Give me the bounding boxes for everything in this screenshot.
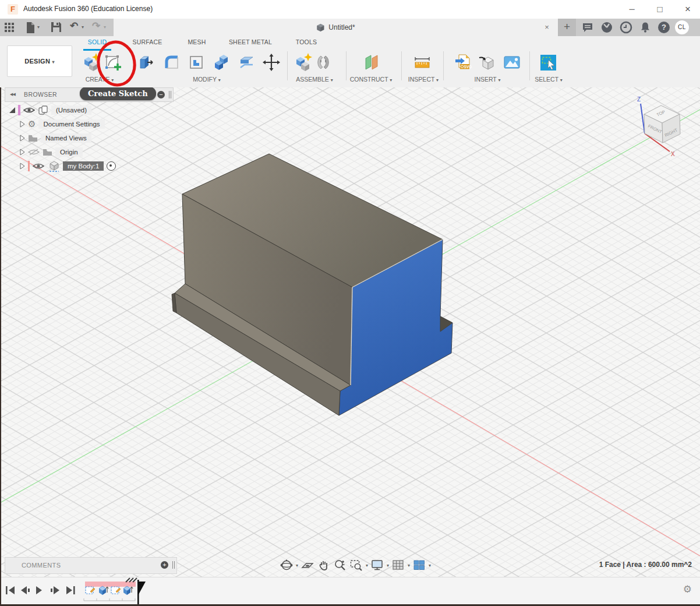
viewcube[interactable]: TOP FRONT RIGHT Z X — [634, 92, 699, 157]
group-label-select[interactable]: SELECT ▾ — [535, 76, 563, 83]
window-minimize-button[interactable]: ─ — [622, 0, 642, 18]
visibility-off-eye-icon[interactable] — [28, 148, 40, 156]
canvas-image-icon[interactable] — [502, 52, 522, 72]
save-icon[interactable] — [51, 22, 61, 32]
offset-face-icon[interactable] — [236, 52, 256, 72]
document-tab-close-icon[interactable]: × — [542, 22, 552, 33]
window-title: Autodesk Fusion 360 (Education License) — [23, 5, 153, 13]
redo-icon[interactable]: ↷ — [92, 20, 100, 32]
move-icon[interactable] — [261, 52, 281, 72]
insert-svg-icon[interactable]: SVG — [453, 52, 473, 72]
expander-closed-icon[interactable] — [20, 135, 25, 142]
fillet-icon[interactable] — [162, 52, 182, 72]
comments-bar[interactable]: COMMENTS + — [5, 557, 177, 574]
browser-row-document[interactable]: (Unsaved) — [9, 104, 91, 117]
browser-row-origin[interactable]: Origin — [20, 146, 83, 158]
activate-component-radio[interactable] — [107, 161, 116, 171]
redo-caret[interactable]: ▾ — [104, 24, 106, 30]
navigation-bar: ▾ ▾ ▾ — [280, 557, 431, 573]
group-label-construct[interactable]: CONSTRUCT ▾ — [350, 76, 393, 83]
window-maximize-button[interactable]: □ — [650, 0, 670, 18]
feedback-comment-icon[interactable] — [581, 21, 594, 34]
help-icon[interactable]: ? — [658, 22, 670, 33]
viewports-caret[interactable]: ▾ — [429, 563, 431, 568]
expander-closed-icon[interactable] — [20, 149, 25, 156]
tab-sheet-metal[interactable]: SHEET METAL — [227, 38, 274, 49]
play-button[interactable] — [36, 586, 42, 594]
comments-resize-grip[interactable] — [172, 561, 175, 569]
timeline-sketch-feature[interactable] — [111, 587, 121, 594]
expander-closed-icon[interactable] — [20, 121, 25, 128]
user-avatar[interactable]: CL — [675, 20, 689, 34]
step-forward-button[interactable] — [51, 586, 59, 594]
timeline-sketch-feature[interactable] — [86, 587, 95, 594]
body-name-selected[interactable]: my Body:1 — [63, 161, 104, 171]
pan-icon[interactable] — [317, 558, 331, 572]
job-status-icon[interactable] — [600, 21, 613, 34]
joint-icon[interactable] — [313, 52, 333, 72]
browser-minimize-icon[interactable]: − — [157, 91, 165, 98]
group-label-modify[interactable]: MODIFY ▾ — [193, 76, 221, 83]
zoom-icon[interactable] — [333, 558, 347, 572]
orbit-caret[interactable]: ▾ — [296, 563, 298, 568]
tab-mesh[interactable]: MESH — [184, 38, 210, 49]
insert-mesh-icon[interactable] — [478, 52, 497, 72]
viewports-icon[interactable] — [412, 558, 426, 572]
group-label-assemble[interactable]: ASSEMBLE ▾ — [296, 76, 333, 83]
document-tab[interactable]: Untitled* × — [114, 19, 558, 36]
timeline-scrubber[interactable] — [137, 580, 146, 604]
fit-icon[interactable] — [349, 558, 363, 572]
group-label-insert[interactable]: INSERT ▾ — [474, 76, 500, 83]
expander-open-icon[interactable] — [9, 107, 15, 113]
assemble-new-component-icon[interactable] — [294, 52, 313, 72]
measure-icon[interactable] — [412, 52, 432, 72]
browser-collapse-icon[interactable]: ◀◀ — [10, 92, 15, 97]
go-to-end-button[interactable] — [66, 586, 75, 594]
document-settings-label[interactable]: Document Settings — [38, 119, 104, 129]
add-comment-icon[interactable]: + — [161, 561, 168, 569]
visibility-eye-icon[interactable] — [33, 162, 44, 170]
undo-caret[interactable]: ▾ — [82, 24, 84, 30]
origin-label[interactable]: Origin — [55, 147, 83, 157]
group-inspect-text: INSPECT — [408, 76, 434, 83]
new-tab-button[interactable]: + — [558, 19, 576, 36]
select-icon[interactable] — [538, 52, 558, 72]
look-at-icon[interactable] — [300, 558, 314, 572]
grid-settings-icon[interactable] — [391, 558, 405, 572]
fit-caret[interactable]: ▾ — [366, 563, 368, 568]
browser-row-document-settings[interactable]: ⚙ Document Settings — [20, 118, 105, 131]
data-clock-icon[interactable] — [620, 21, 632, 34]
file-menu-icon[interactable] — [26, 22, 35, 33]
grid-settings-caret[interactable]: ▾ — [408, 563, 410, 568]
window-close-button[interactable]: × — [678, 0, 698, 18]
timeline-extrude-feature[interactable] — [123, 586, 133, 595]
browser-row-body[interactable]: my Body:1 — [20, 160, 116, 172]
visibility-eye-icon[interactable] — [23, 106, 35, 114]
viewcube-x-label: X — [671, 151, 675, 157]
browser-resize-grip[interactable] — [169, 91, 171, 98]
document-name[interactable]: (Unsaved) — [51, 105, 91, 115]
workspace-selector-button[interactable]: DESIGN ▾ — [7, 45, 72, 77]
viewport-3d[interactable]: TOP FRONT RIGHT Z X ◀◀ BROWSER − — [0, 87, 700, 577]
press-pull-icon[interactable] — [186, 52, 206, 72]
app-grid-menu-icon[interactable] — [5, 23, 15, 33]
step-back-button[interactable] — [21, 586, 30, 594]
named-views-label[interactable]: Named Views — [41, 133, 91, 143]
combine-icon[interactable] — [212, 52, 232, 72]
timeline-track[interactable] — [82, 577, 157, 606]
construct-plane-icon[interactable] — [361, 52, 381, 72]
notifications-bell-icon[interactable] — [639, 21, 652, 34]
timeline-selection-bar — [85, 582, 136, 587]
expander-closed-icon[interactable] — [20, 163, 25, 170]
tab-tools[interactable]: TOOLS — [294, 38, 319, 49]
orbit-icon[interactable] — [280, 558, 294, 572]
timeline-settings-gear-icon[interactable]: ⚙ — [683, 583, 692, 596]
go-to-start-button[interactable] — [6, 586, 15, 594]
display-settings-icon[interactable] — [370, 558, 384, 572]
browser-row-named-views[interactable]: Named Views — [20, 132, 91, 145]
file-menu-caret[interactable]: ▾ — [37, 24, 40, 30]
timeline-extrude-feature[interactable] — [99, 586, 108, 595]
display-settings-caret[interactable]: ▾ — [387, 563, 389, 568]
group-label-inspect[interactable]: INSPECT ▾ — [408, 76, 439, 83]
undo-icon[interactable]: ↶ — [70, 20, 78, 32]
